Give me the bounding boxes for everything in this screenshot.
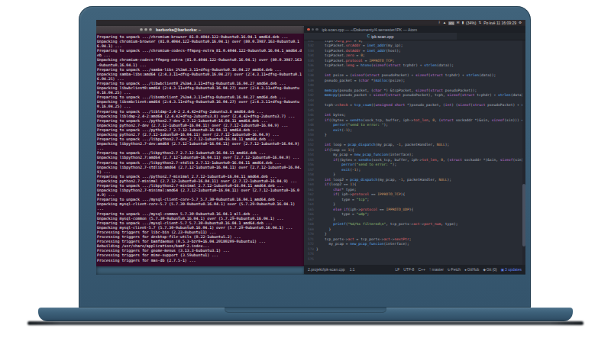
status-bar: 2.projekt/ipk-scan.cpp 1:1 LFUTF-8C++ᛉma… bbox=[304, 265, 525, 274]
git-branch-icon: ᛉ bbox=[429, 268, 432, 272]
mail-icon: ✉ bbox=[457, 20, 460, 26]
code-lines: 531 tcph->urg_ptr = 0;532 tcpPacket.srcA… bbox=[304, 40, 525, 262]
wifi-icon[interactable]: ▲ bbox=[443, 20, 446, 26]
tab-ipk-scan-cpp[interactable]: C ipk-scan.cpp bbox=[304, 33, 457, 40]
battery-icon[interactable]: ▮ bbox=[462, 20, 464, 26]
clock-indicator[interactable]: Po kvě 11 16:09:29 bbox=[483, 20, 516, 26]
sitem-label: LF bbox=[395, 267, 399, 272]
terminal-line: Unpacking chromium-browser (81.0.4044.12… bbox=[97, 39, 303, 48]
status-cursor-position[interactable]: 1:1 bbox=[350, 267, 355, 272]
terminal-line: Preparing to unpack .../samba-libs_2%3a4… bbox=[97, 67, 303, 72]
git-diff-icon-label: Git (0) bbox=[487, 267, 497, 272]
github-icon: ● bbox=[464, 268, 467, 272]
terminal-line: Processing triggers for man-db (2.7.5-1)… bbox=[97, 258, 303, 263]
sitem-item[interactable]: LF bbox=[395, 267, 399, 272]
terminal-line: Preparing to unpack .../python2.7-minima… bbox=[97, 174, 303, 179]
terminal-line: Unpacking libpython2.7-stdlib:amd64 (2.7… bbox=[97, 165, 303, 174]
terminal-line: Unpacking libpython2.7:amd64 (2.7.12-1ub… bbox=[97, 155, 303, 159]
laptop-shadow bbox=[27, 321, 584, 325]
terminal-line: Unpacking mysql-client-core-5.7 (5.7.30-… bbox=[97, 201, 303, 211]
github-icon[interactable]: ●GitHub bbox=[464, 267, 479, 272]
tab-bar: C ipk-scan.cpp bbox=[304, 33, 525, 40]
desktop: ᛒ▲EN✉▮(34%)⇅Po kvě 11 16:09:29⚙ barborka… bbox=[96, 20, 525, 275]
terminal-line: Preparing to unpack .../chromium-codecs-… bbox=[97, 48, 303, 57]
sync-icon: ↻ bbox=[448, 268, 451, 272]
terminal-titlebar[interactable]: barborka@barborka: ~ bbox=[96, 26, 304, 34]
code-line: 544 tcph->check = tcp_csum((unsigned sho… bbox=[304, 103, 525, 108]
package-updates-icon: ▣ bbox=[501, 268, 504, 272]
sitem-label: C++ bbox=[418, 267, 425, 272]
maximize-button[interactable] bbox=[315, 28, 318, 31]
bluetooth-icon[interactable]: ᛒ bbox=[438, 20, 441, 26]
git-branch-icon[interactable]: ᛉmaster bbox=[429, 267, 444, 272]
network-traffic-icon[interactable]: ⇅ bbox=[478, 20, 481, 26]
mail-icon[interactable]: ✉ bbox=[457, 20, 460, 26]
code-line: 575 bbox=[304, 257, 525, 263]
clock-indicator-label: Po kvě 11 16:09:29 bbox=[483, 20, 516, 26]
atom-window: ipk-scan.cpp — ~/Dokumenty/4.semester/IP… bbox=[304, 26, 525, 274]
atom-window-title: ipk-scan.cpp — ~/Dokumenty/4.semester/IP… bbox=[322, 27, 418, 32]
terminal-line: Unpacking python2.7-dev (2.7.12-1ubuntu0… bbox=[97, 123, 303, 127]
session-gear-icon: ⚙ bbox=[519, 20, 522, 26]
keyboard-layout-indicator[interactable]: EN bbox=[448, 21, 454, 25]
terminal-title: barborka@barborka: ~ bbox=[156, 27, 201, 32]
terminal-output[interactable]: Preparing to unpack .../chromium-browser… bbox=[96, 34, 304, 266]
terminal-window: barborka@barborka: ~ Preparing to unpack… bbox=[96, 26, 304, 266]
terminal-line: Unpacking libldap-2.4-2:amd64 (2.4.42+df… bbox=[97, 114, 303, 118]
bluetooth-icon: ᛒ bbox=[438, 20, 441, 26]
battery-percentage[interactable]: (34%) bbox=[466, 20, 476, 26]
close-button[interactable] bbox=[307, 28, 310, 31]
package-updates-icon-label: 3 updates bbox=[505, 267, 522, 272]
status-right-items: LFUTF-8C++ᛉmaster↻Fetch●GitHub◆Git (0)▣3… bbox=[395, 267, 522, 272]
terminal-line: Preparing to unpack .../mysql-client-5.7… bbox=[97, 221, 303, 225]
cpp-file-icon: C bbox=[367, 34, 370, 38]
terminal-line: Unpacking libsmbclient:amd64 (2:4.3.11+d… bbox=[97, 99, 303, 108]
sync-icon[interactable]: ↻Fetch bbox=[448, 267, 461, 272]
wifi-icon: ▲ bbox=[443, 20, 446, 26]
code-editor[interactable]: 531 tcph->urg_ptr = 0;532 tcpPacket.srcA… bbox=[304, 40, 525, 265]
keyboard-layout-indicator-label: EN bbox=[449, 21, 454, 25]
minimize-button[interactable] bbox=[312, 28, 315, 31]
terminal-line: Unpacking chromium-codecs-ffmpeg-extra (… bbox=[97, 57, 303, 66]
sync-icon-label: Fetch bbox=[451, 267, 461, 272]
tab-label: ipk-scan.cpp bbox=[371, 34, 393, 39]
minimize-button[interactable] bbox=[144, 28, 147, 31]
sitem-item[interactable]: UTF-8 bbox=[403, 267, 414, 272]
session-gear-icon[interactable]: ⚙ bbox=[519, 20, 522, 26]
network-traffic-icon: ⇅ bbox=[478, 20, 481, 26]
git-diff-icon[interactable]: ◆Git (0) bbox=[483, 267, 496, 272]
editor-scrollbar[interactable] bbox=[522, 40, 525, 265]
git-branch-icon-label: master bbox=[432, 267, 444, 272]
terminal-line: Preparing to unpack .../libpython2.7-std… bbox=[97, 160, 303, 165]
close-button[interactable] bbox=[140, 28, 143, 31]
line-number: 575 bbox=[304, 257, 316, 263]
laptop-base-notch bbox=[225, 308, 386, 313]
sitem-label: UTF-8 bbox=[403, 267, 414, 272]
scrollbar-thumb[interactable] bbox=[522, 184, 525, 246]
terminal-line: Unpacking samba-libs:amd64 (2:4.3.11+dfs… bbox=[97, 72, 303, 81]
top-panel: ᛒ▲EN✉▮(34%)⇅Po kvě 11 16:09:29⚙ bbox=[96, 20, 525, 26]
battery-icon: ▮ bbox=[462, 20, 464, 26]
terminal-line: Unpacking libwbclient0:amd64 (2:4.3.11+d… bbox=[97, 85, 303, 95]
atom-titlebar[interactable]: ipk-scan.cpp — ~/Dokumenty/4.semester/IP… bbox=[304, 26, 525, 33]
code-line: 542 memcpy(pseudo_packet + sizeof(struct… bbox=[304, 93, 525, 98]
terminal-line: Unpacking libpython2.7-minimal:amd64 (2.… bbox=[97, 188, 303, 197]
git-diff-icon: ◆ bbox=[483, 268, 485, 272]
maximize-button[interactable] bbox=[149, 28, 152, 31]
terminal-line: Unpacking mysql-common (5.7.30-0ubuntu0.… bbox=[97, 216, 303, 221]
github-icon-label: GitHub bbox=[467, 267, 480, 272]
status-file-path[interactable]: 2.projekt/ipk-scan.cpp bbox=[308, 267, 345, 272]
package-updates-icon[interactable]: ▣3 updates bbox=[501, 267, 522, 272]
terminal-line: Unpacking libpython2.7-dev:amd64 (2.7.12… bbox=[97, 141, 303, 150]
sitem-item[interactable]: C++ bbox=[418, 267, 425, 272]
battery-percentage-label: (34%) bbox=[466, 20, 476, 26]
